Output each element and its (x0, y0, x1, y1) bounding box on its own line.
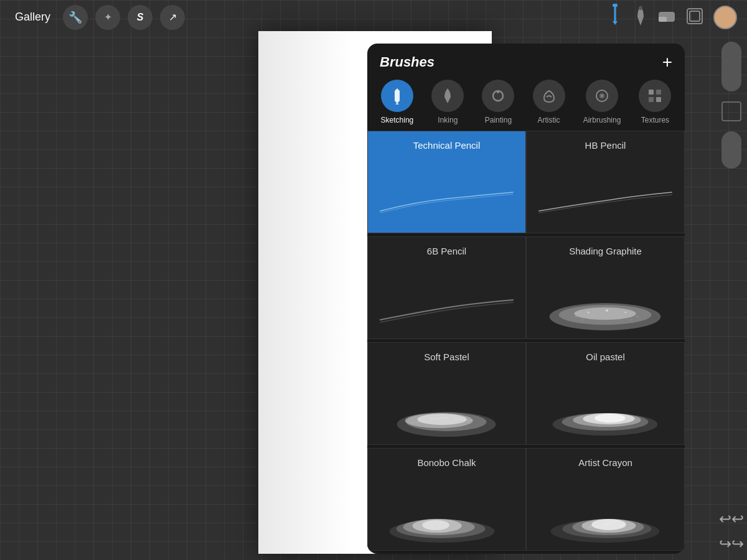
brush-item-soft-pastel[interactable]: Soft Pastel (367, 342, 526, 445)
transform-icon: S (137, 12, 144, 23)
brushes-title: Brushes (380, 54, 435, 70)
add-brush-button[interactable]: + (662, 54, 672, 71)
share-icon: ↗ (169, 11, 177, 23)
toolbar: Gallery 🔧 ✦ S ↗ (0, 0, 747, 34)
stroke-6b-pencil (368, 270, 525, 338)
color-square[interactable] (721, 101, 741, 121)
svg-point-24 (606, 309, 608, 312)
svg-point-25 (624, 312, 626, 314)
svg-point-28 (631, 319, 632, 320)
svg-point-50 (591, 519, 626, 530)
svg-point-23 (588, 312, 590, 314)
textures-label: Textures (641, 116, 669, 124)
svg-point-40 (594, 414, 626, 422)
stroke-bonobo-chalk (368, 482, 525, 550)
brush-name-artist-crayon: Artist Crayon (578, 457, 632, 468)
adjust-tool-button[interactable]: ✦ (95, 5, 120, 30)
brush-item-bonobo-chalk[interactable]: Bonobo Chalk (367, 448, 526, 551)
svg-point-45 (422, 520, 449, 530)
right-sidebar: ↩ ↪ (716, 34, 747, 560)
brush-item-6b-pencil[interactable]: 6B Pencil (367, 236, 526, 339)
brush-name-hb-pencil: HB Pencil (585, 140, 626, 151)
tab-inking[interactable]: Inking (431, 80, 464, 124)
share-tool-button[interactable]: ↗ (160, 5, 185, 30)
brush-name-shading-graphite: Shading Graphite (569, 246, 642, 256)
pen-tool-button[interactable] (632, 4, 649, 30)
brush-item-technical-pencil[interactable]: Technical Pencil (367, 131, 526, 233)
stroke-soft-pastel (368, 376, 525, 444)
undo-button[interactable]: ↩ (719, 510, 744, 528)
brushes-panel: Brushes + Sketching Inking (367, 44, 685, 554)
stroke-shading-graphite (527, 270, 684, 338)
tab-painting[interactable]: Painting (482, 80, 514, 124)
svg-rect-17 (649, 97, 654, 102)
layers-tool-button[interactable] (685, 6, 705, 29)
svg-rect-18 (656, 97, 661, 102)
brush-size-slider[interactable] (721, 42, 741, 91)
painting-label: Painting (485, 116, 512, 124)
svg-marker-9 (395, 102, 399, 105)
pencil-tool-active[interactable] (606, 4, 624, 30)
svg-point-11 (497, 91, 499, 93)
painting-icon-wrap (482, 80, 514, 112)
svg-point-14 (601, 95, 603, 97)
brush-name-oil-pastel: Oil pastel (586, 352, 625, 362)
svg-point-3 (639, 6, 642, 10)
adjust-icon: ✦ (104, 11, 112, 23)
brush-name-soft-pastel: Soft Pastel (424, 352, 469, 362)
brush-item-shading-graphite[interactable]: Shading Graphite (526, 236, 685, 339)
brush-item-oil-pastel[interactable]: Oil pastel (526, 342, 685, 445)
tab-sketching[interactable]: Sketching (381, 80, 414, 124)
svg-marker-8 (395, 88, 400, 103)
brush-name-technical-pencil: Technical Pencil (413, 140, 481, 151)
stroke-hb-pencil (527, 164, 684, 233)
stroke-technical-pencil (368, 164, 525, 233)
opacity-slider[interactable] (721, 131, 741, 169)
transform-tool-button[interactable]: S (128, 5, 153, 30)
airbrushing-label: Airbrushing (583, 116, 621, 124)
textures-icon-wrap (639, 80, 671, 112)
brush-name-bonobo-chalk: Bonobo Chalk (417, 457, 476, 468)
sketching-icon-wrap (381, 80, 413, 112)
artistic-icon-wrap (533, 80, 565, 112)
eraser-tool-button[interactable] (657, 7, 676, 28)
toolbar-left: Gallery 🔧 ✦ S ↗ (10, 5, 185, 30)
airbrushing-icon-wrap (586, 80, 618, 112)
svg-point-21 (574, 307, 636, 320)
inking-icon-wrap (431, 80, 464, 112)
artistic-label: Artistic (538, 116, 560, 124)
user-avatar[interactable] (713, 6, 737, 29)
svg-rect-5 (659, 17, 667, 22)
svg-point-27 (581, 319, 583, 320)
brush-item-artist-crayon[interactable]: Artist Crayon (526, 448, 685, 551)
tab-artistic[interactable]: Artistic (533, 80, 565, 124)
brush-item-hb-pencil[interactable]: HB Pencil (526, 131, 685, 233)
svg-point-22 (575, 316, 576, 317)
stroke-oil-pastel (527, 376, 684, 444)
wrench-icon: 🔧 (68, 11, 82, 24)
inking-label: Inking (438, 116, 458, 124)
svg-rect-16 (656, 90, 661, 95)
brushes-header: Brushes + (367, 44, 685, 76)
tab-airbrushing[interactable]: Airbrushing (583, 80, 621, 124)
tab-textures[interactable]: Textures (639, 80, 671, 124)
gallery-button[interactable]: Gallery (10, 8, 55, 26)
svg-rect-15 (649, 90, 654, 95)
sketching-label: Sketching (381, 116, 414, 124)
brush-grid: Technical Pencil HB Pencil 6B Pencil (367, 131, 685, 554)
svg-rect-7 (690, 11, 700, 21)
svg-rect-2 (613, 4, 618, 7)
svg-marker-1 (613, 21, 618, 25)
modify-tool-button[interactable]: 🔧 (63, 5, 88, 30)
brush-name-6b-pencil: 6B Pencil (427, 246, 466, 256)
category-tabs: Sketching Inking Painting (367, 76, 685, 131)
svg-point-26 (637, 316, 639, 317)
stroke-artist-crayon (527, 482, 684, 550)
toolbar-right (606, 4, 737, 30)
redo-button[interactable]: ↪ (719, 535, 744, 553)
